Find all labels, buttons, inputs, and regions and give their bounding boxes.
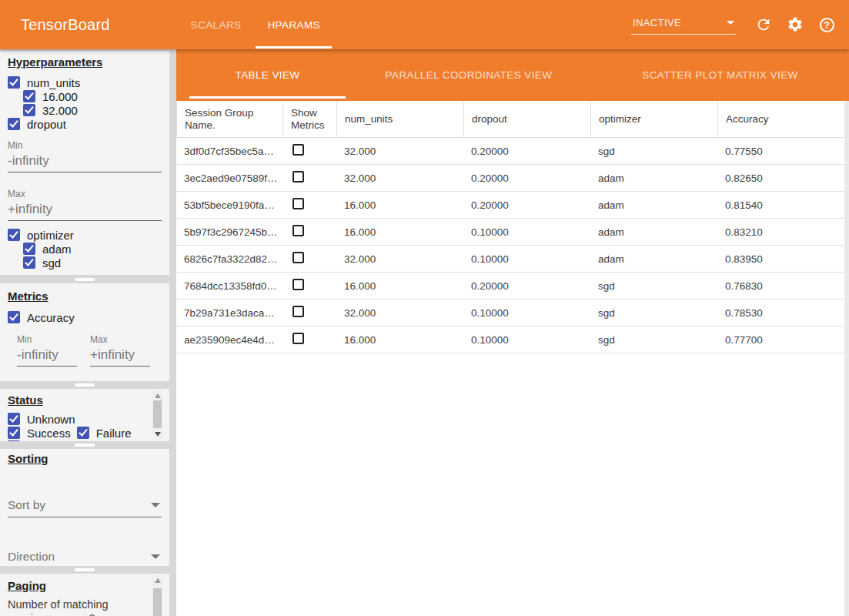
min-label: Min — [8, 140, 162, 151]
col-show-metrics[interactable]: Show Metrics — [282, 101, 336, 137]
tab-hparams[interactable]: HPARAMS — [254, 0, 333, 49]
main-content: TABLE VIEW PARALLEL COORDINATES VIEW SCA… — [176, 49, 849, 616]
tab-scalars[interactable]: SCALARS — [178, 0, 255, 49]
plugin-tabs: SCALARS HPARAMS — [178, 0, 333, 49]
reload-mode-select[interactable]: INACTIVE — [631, 15, 736, 35]
accuracy-max-field: Max +infinity — [90, 334, 150, 367]
accuracy-cell: 0.77550 — [717, 146, 849, 157]
direction-select[interactable]: Direction — [8, 547, 162, 566]
sidebar-resize-handle[interactable] — [0, 566, 169, 574]
status-failure-row: Failure — [77, 426, 132, 440]
checkbox-accuracy[interactable] — [8, 311, 20, 323]
scroll-up-icon[interactable] — [155, 578, 161, 583]
table-row: 53bf5bece9190fa…16.0000.20000adam0.81540 — [176, 192, 849, 219]
num-units-cell: 16.000 — [336, 199, 463, 211]
max-input[interactable]: +infinity — [8, 199, 162, 221]
optimizer-cell: adam — [590, 199, 717, 211]
refresh-icon[interactable] — [755, 16, 772, 33]
dropout-max-field: Max +infinity — [8, 189, 162, 221]
checkbox-32[interactable] — [23, 104, 35, 116]
show-metrics-checkbox[interactable] — [292, 198, 304, 209]
show-metrics-checkbox[interactable] — [292, 333, 304, 344]
table-row: 7b29a731e3daca…32.0000.10000sgd0.78530 — [176, 300, 849, 326]
question-mark-glyph: ? — [820, 18, 834, 32]
hparam-value-row: adam — [23, 242, 162, 256]
session-group-name-cell: 3df0d7cf35bec5a… — [176, 146, 282, 157]
optimizer-cell: adam — [590, 253, 717, 265]
checkbox-dropout[interactable] — [8, 118, 20, 130]
scrollbar-thumb[interactable] — [153, 400, 162, 428]
max-input[interactable]: +infinity — [90, 345, 150, 367]
col-optimizer[interactable]: optimizer — [590, 101, 717, 137]
optimizer-cell: sgd — [590, 146, 717, 157]
sidebar-resize-handle[interactable] — [0, 441, 169, 449]
max-label: Max — [90, 334, 150, 345]
show-metrics-checkbox[interactable] — [292, 306, 304, 317]
checkbox-failure[interactable] — [77, 427, 89, 439]
scroll-down-icon[interactable] — [155, 432, 161, 437]
session-group-name-cell: 7684dcc13358fd0… — [176, 280, 282, 292]
col-accuracy[interactable]: Accuracy — [717, 101, 849, 137]
table-row: 5b97f3c2967245b…16.0000.10000adam0.83210 — [176, 219, 849, 246]
metric-accuracy-row: Accuracy — [8, 310, 162, 324]
show-metrics-checkbox[interactable] — [292, 171, 304, 182]
show-metrics-cell — [282, 252, 336, 266]
status-label: Success — [27, 427, 71, 440]
sidebar-resize-handle[interactable] — [0, 275, 169, 283]
status-unknown-row: Unknown — [8, 412, 75, 426]
num-units-cell: 16.000 — [336, 226, 463, 238]
help-icon[interactable]: ? — [818, 16, 835, 33]
sorting-heading: Sorting — [8, 452, 162, 465]
checkbox-success[interactable] — [8, 427, 20, 439]
drag-handle-icon — [75, 383, 95, 387]
scrollbar-thumb[interactable] — [153, 588, 162, 616]
hparam-value-label: 32.000 — [42, 104, 78, 117]
sorting-section: Sorting Sort by Direction — [0, 449, 169, 566]
show-metrics-checkbox[interactable] — [292, 252, 304, 263]
chevron-down-icon — [151, 503, 160, 507]
num-units-cell: 32.000 — [336, 253, 463, 265]
show-metrics-cell — [282, 225, 336, 239]
col-session-group-name[interactable]: Session Group Name. — [176, 101, 282, 137]
hparam-optimizer-row: optimizer — [8, 228, 162, 242]
sort-by-value: Sort by — [8, 498, 45, 512]
table-row: ae235909ec4e4d…16.0000.10000sgd0.77700 — [176, 326, 849, 353]
tab-scatter-plot-matrix-view[interactable]: SCATTER PLOT MATRIX VIEW — [592, 49, 848, 101]
show-metrics-checkbox[interactable] — [292, 144, 304, 156]
accuracy-cell: 0.81540 — [717, 199, 849, 211]
num-units-cell: 16.000 — [336, 280, 463, 292]
min-input[interactable]: -infinity — [17, 345, 77, 367]
sidebar-resize-handle[interactable] — [0, 381, 169, 389]
status-scrollbar[interactable] — [152, 390, 163, 440]
accuracy-cell: 0.76830 — [717, 280, 849, 292]
show-metrics-checkbox[interactable] — [292, 279, 304, 290]
checkbox-sgd[interactable] — [23, 256, 35, 269]
col-num-units[interactable]: num_units — [336, 101, 463, 137]
checkbox-unknown[interactable] — [8, 413, 20, 425]
paging-scrollbar[interactable] — [152, 575, 163, 616]
dropout-min-field: Min -infinity — [8, 140, 162, 172]
settings-icon[interactable] — [787, 16, 804, 33]
tab-parallel-coordinates-view[interactable]: PARALLEL COORDINATES VIEW — [346, 49, 592, 101]
dropout-cell: 0.20000 — [463, 172, 590, 184]
hparam-label: optimizer — [27, 229, 74, 242]
show-metrics-cell — [282, 333, 336, 346]
checkbox-16[interactable] — [23, 90, 35, 102]
main-scrollbar[interactable] — [844, 101, 849, 616]
hparam-value-row: 16.000 — [23, 89, 162, 103]
table-row: 6826c7fa3322d82…32.0000.10000adam0.83950 — [176, 246, 849, 273]
checkbox-optimizer[interactable] — [8, 229, 20, 241]
chevron-down-icon — [151, 554, 160, 559]
sort-by-select[interactable]: Sort by — [8, 496, 162, 517]
tab-table-view[interactable]: TABLE VIEW — [189, 49, 346, 101]
matching-groups-info: Number of matching session groups: 8 — [8, 598, 135, 616]
show-metrics-checkbox[interactable] — [292, 225, 304, 236]
toolbar-actions: INACTIVE ? — [631, 0, 835, 49]
scroll-up-icon[interactable] — [155, 393, 161, 398]
col-dropout[interactable]: dropout — [463, 101, 590, 137]
show-metrics-cell — [282, 144, 336, 158]
checkbox-adam[interactable] — [23, 243, 35, 255]
checkbox-num-units[interactable] — [8, 76, 20, 89]
dropout-cell: 0.20000 — [463, 146, 590, 157]
min-input[interactable]: -infinity — [8, 151, 162, 172]
